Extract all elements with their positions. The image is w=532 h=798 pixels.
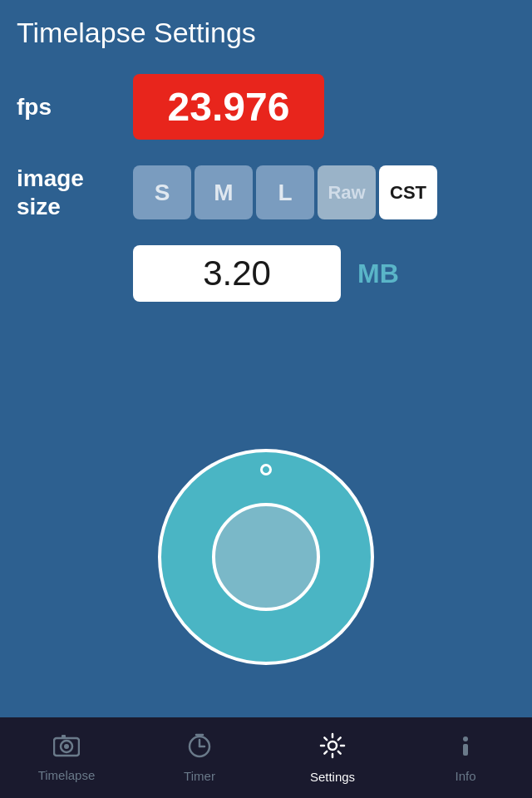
tab-settings-label: Settings (310, 770, 355, 784)
tab-timer[interactable]: Timer (133, 717, 266, 798)
mb-display: 3.20 (133, 245, 341, 302)
size-btn-s[interactable]: S (133, 165, 191, 219)
size-btn-raw[interactable]: Raw (318, 165, 376, 219)
tab-info-label: Info (455, 769, 475, 783)
info-icon (454, 733, 477, 764)
settings-icon (319, 732, 346, 765)
app: Timelapse Settings fps 23.976 image size… (0, 0, 532, 798)
image-size-label: image size (17, 165, 116, 220)
svg-point-2 (64, 744, 69, 749)
tab-timelapse[interactable]: Timelapse (0, 717, 133, 798)
dial-knob[interactable] (158, 449, 374, 665)
dial-indicator (260, 464, 272, 475)
image-size-row: image size S M L Raw CST (17, 165, 515, 220)
size-btn-l[interactable]: L (256, 165, 314, 219)
dial-area (0, 396, 532, 717)
mb-label: MB (357, 259, 399, 289)
timelapse-icon (53, 734, 80, 763)
mb-value: 3.20 (203, 254, 271, 293)
main-content: fps 23.976 image size S M L Raw CST 3.20 (0, 57, 532, 396)
size-buttons: S M L Raw CST (133, 165, 437, 219)
mb-row: 3.20 MB (133, 245, 515, 302)
svg-point-9 (463, 736, 468, 741)
tab-bar: Timelapse Timer Settings (0, 717, 532, 798)
tab-settings[interactable]: Settings (266, 717, 399, 798)
dial-inner (212, 503, 320, 611)
tab-timelapse-label: Timelapse (38, 768, 96, 782)
size-btn-m[interactable]: M (195, 165, 253, 219)
fps-value: 23.976 (168, 85, 290, 129)
size-btn-cst[interactable]: CST (379, 165, 437, 219)
svg-rect-3 (62, 735, 66, 739)
tab-timer-label: Timer (184, 769, 215, 783)
fps-display[interactable]: 23.976 (133, 74, 324, 140)
page-title: Timelapse Settings (17, 17, 515, 49)
svg-point-8 (328, 741, 337, 750)
timer-icon (187, 733, 212, 764)
fps-label: fps (17, 94, 116, 121)
fps-row: fps 23.976 (17, 74, 515, 140)
tab-info[interactable]: Info (399, 717, 532, 798)
header: Timelapse Settings (0, 0, 532, 57)
svg-rect-10 (463, 744, 468, 756)
